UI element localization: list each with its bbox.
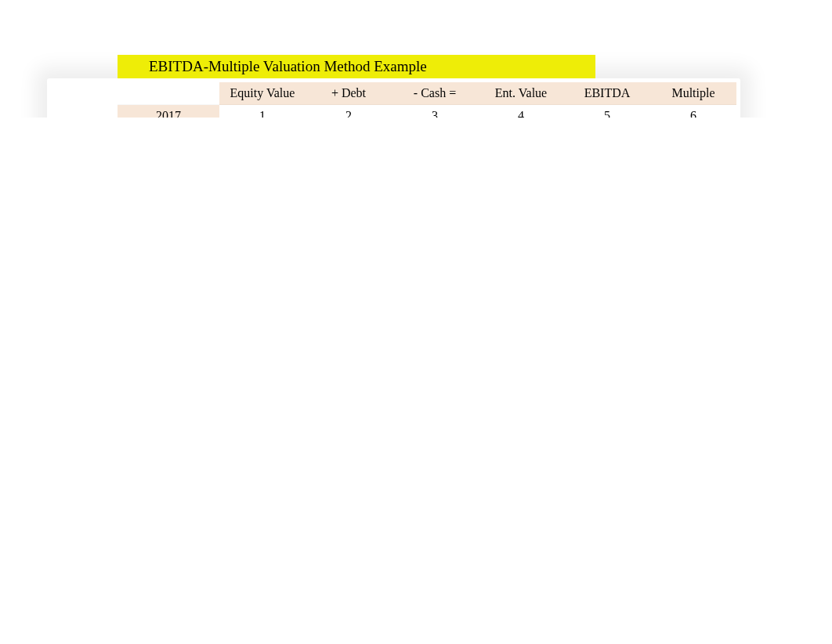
matrix-blank: [118, 82, 219, 105]
rowlabel-2017: 2017: [118, 105, 219, 118]
valuation-matrix: Equity Value + Debt - Cash = Ent. Value …: [118, 82, 736, 118]
col-cash: - Cash =: [392, 82, 478, 105]
cell-2017-debt: 2: [306, 105, 392, 118]
cell-2017-ebitda: 5: [564, 105, 650, 118]
matrix-row-2017: 2017 1 2 3 4 5 6: [118, 105, 736, 118]
matrix-header-row: Equity Value + Debt - Cash = Ent. Value …: [118, 82, 736, 105]
title-text: EBITDA-Multiple Valuation Method Example: [149, 58, 427, 75]
cell-2017-mult: 6: [650, 105, 736, 118]
col-ebitda: EBITDA: [564, 82, 650, 105]
col-debt: + Debt: [306, 82, 392, 105]
col-multiple: Multiple: [650, 82, 736, 105]
cell-2017-cash: 3: [392, 105, 478, 118]
cell-2017-equity: 1: [219, 105, 306, 118]
page-title: EBITDA-Multiple Valuation Method Example: [118, 55, 595, 78]
col-ent-value: Ent. Value: [478, 82, 564, 105]
cell-2017-ent: 4: [478, 105, 564, 118]
col-equity-value: Equity Value: [219, 82, 306, 105]
